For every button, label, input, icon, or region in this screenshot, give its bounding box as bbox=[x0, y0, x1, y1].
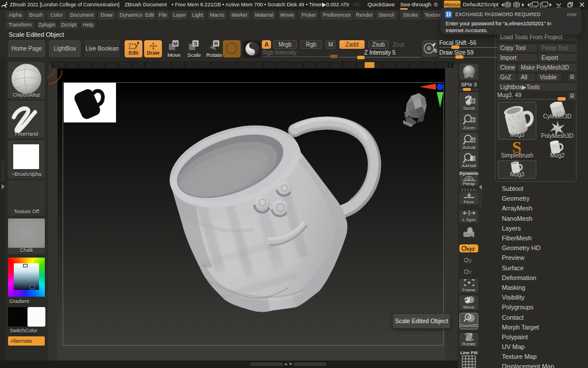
svg-text:y: y bbox=[469, 258, 472, 263]
svg-text:S: S bbox=[434, 48, 437, 53]
svg-text:S: S bbox=[194, 41, 197, 47]
svg-text:M: M bbox=[173, 41, 178, 47]
svg-text:R: R bbox=[214, 41, 218, 47]
svg-text:xyz: xyz bbox=[466, 246, 475, 252]
svg-text:z: z bbox=[469, 269, 471, 275]
